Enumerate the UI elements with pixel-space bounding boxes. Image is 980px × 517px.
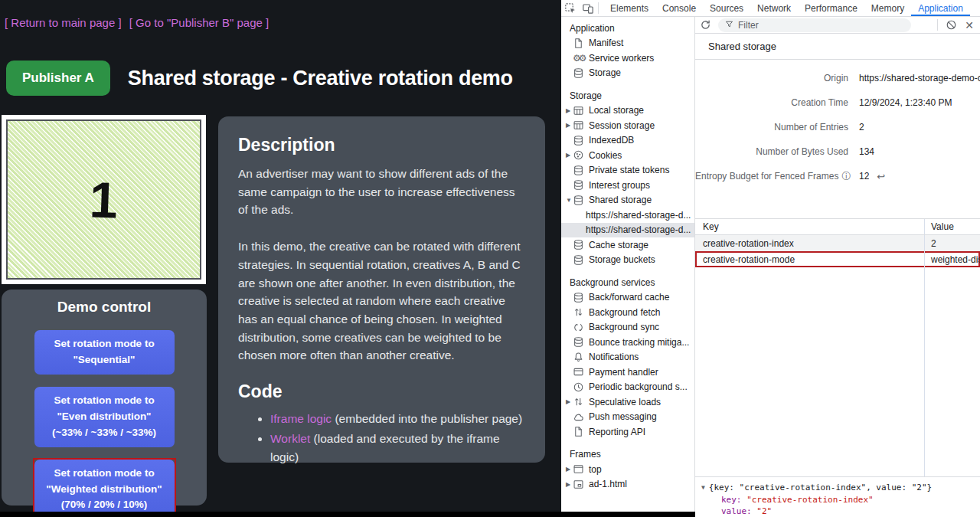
sidebar-item-label: Cookies [589, 150, 622, 161]
table-icon [573, 105, 584, 116]
sidebar-item-top[interactable]: ▶top [561, 462, 694, 477]
sidebar-item-label: Periodic background s... [589, 381, 688, 392]
code-list: Iframe logic (embedded into the publishe… [238, 410, 525, 466]
set-rotation-mode-button-2[interactable]: Set rotation mode to"Even distribution"(… [34, 387, 175, 447]
database-icon [573, 165, 584, 176]
inspect-element-icon[interactable] [564, 2, 577, 15]
chevron-right-icon[interactable]: ▶ [561, 152, 573, 159]
entry-preview-pane: ▼ {key: "creative-rotation-index", value… [695, 476, 980, 517]
sidebar-item-private-state-tokens[interactable]: Private state tokens [561, 163, 694, 178]
preview-properties: key: "creative-rotation-index"value: "2" [701, 494, 980, 517]
refresh-icon[interactable] [700, 19, 711, 31]
sidebar-item-background-sync[interactable]: Background sync [561, 320, 694, 335]
sidebar-item-session-storage[interactable]: ▶Session storage [561, 118, 694, 133]
info-icon[interactable]: ⓘ [841, 171, 851, 182]
worklet-link[interactable]: Worklet [270, 432, 310, 445]
table-row-creative-rotation-mode[interactable]: creative-rotation-modeweighted-dist [695, 251, 980, 267]
clear-block-icon[interactable] [946, 19, 957, 31]
tab-console[interactable]: Console [655, 0, 703, 16]
sidebar-item-notifications[interactable]: Notifications [561, 350, 694, 365]
key-column-header[interactable]: Key [695, 219, 925, 234]
chevron-right-icon[interactable]: ▶ [561, 122, 573, 129]
sidebar-item-manifest[interactable]: Manifest [561, 36, 694, 51]
tab-sources[interactable]: Sources [703, 0, 750, 16]
sidebar-section-frames: Frames [561, 447, 694, 463]
reset-budget-icon[interactable]: ↩ [877, 171, 885, 182]
sidebar-item-bounce-tracking-mitiga[interactable]: Bounce tracking mitiga... [561, 335, 694, 350]
sidebar-item-local-storage[interactable]: ▶Local storage [561, 103, 694, 119]
sidebar-item-label: Push messaging [589, 411, 657, 422]
sidebar-item-reporting-api[interactable]: Reporting API [561, 424, 694, 440]
rotation-button-wrap-1: Set rotation mode to"Sequential" [33, 329, 176, 376]
metadata-value: 134 [859, 146, 874, 157]
tab-application[interactable]: Application [911, 0, 970, 16]
expand-triangle-icon[interactable]: ▼ [701, 482, 705, 494]
cloud-icon [573, 411, 584, 423]
chevron-right-icon[interactable]: ▶ [561, 107, 573, 114]
device-toolbar-icon[interactable] [582, 2, 594, 15]
code-list-item: Iframe logic (embedded into the publishe… [270, 410, 525, 427]
sidebar-item-label: Cache storage [589, 240, 648, 250]
fetch-icon [573, 306, 584, 318]
sidebar-item-cookies[interactable]: ▶Cookies [561, 148, 694, 163]
sidebar-section-storage: Storage [561, 88, 694, 103]
description-panel: Description An advertiser may want to sh… [218, 116, 545, 463]
set-rotation-mode-button-3[interactable]: Set rotation mode to"Weighted distributi… [34, 460, 175, 512]
sidebar-item-indexeddb[interactable]: IndexedDB [561, 133, 694, 149]
sidebar-section-application-title: Application [561, 21, 694, 36]
sidebar-item-label: Reporting API [589, 427, 645, 437]
publisher-b-link[interactable]: [ Go to "Publisher B" page ] [129, 16, 269, 29]
sidebar-item-label: Background sync [589, 322, 659, 332]
tab-performance[interactable]: Performance [798, 0, 864, 16]
shared-storage-panel: ✕ Shared storage Originhttps://shared-st… [695, 17, 980, 517]
metadata-row-number-of-bytes-used: Number of Bytes Used134 [695, 139, 980, 164]
chevron-down-icon[interactable]: ▼ [561, 197, 573, 204]
sidebar-item-interest-groups[interactable]: Interest groups [561, 178, 694, 193]
code-list-item: Worklet (loaded and executed by the ifra… [270, 430, 525, 466]
preview-property: key: "creative-rotation-index" [701, 494, 980, 506]
chevron-right-icon[interactable]: ▶ [561, 466, 573, 473]
sidebar-item-service-workers[interactable]: ⚙⚙Service workers [561, 51, 694, 66]
sidebar-section-background-services: Background services [561, 275, 694, 290]
sidebar-item-https-shared-storage-d[interactable]: https://shared-storage-d... [561, 223, 694, 238]
sidebar-item-label: Bounce tracking mitiga... [589, 337, 689, 348]
return-to-main-link[interactable]: [ Return to main page ] [5, 16, 122, 29]
demo-buttons: Set rotation mode to"Sequential"Set rota… [2, 329, 207, 512]
sidebar-item-cache-storage[interactable]: Cache storage [561, 237, 694, 253]
sidebar-item-label: Payment handler [589, 367, 658, 378]
sidebar-item-https-shared-storage-d[interactable]: https://shared-storage-d... [561, 208, 694, 223]
creative-image: 1 [6, 119, 201, 280]
button-label-line: Set rotation mode to [38, 393, 172, 409]
value-column-header[interactable]: Value [925, 219, 980, 234]
chevron-right-icon[interactable]: ▶ [561, 398, 573, 405]
table-icon [573, 119, 584, 131]
sidebar-item-storage[interactable]: Storage [561, 66, 694, 81]
sidebar-item-speculative-loads[interactable]: ▶Speculative loads [561, 394, 694, 410]
chevron-right-icon[interactable]: ▶ [561, 481, 573, 488]
filter-input[interactable] [738, 20, 905, 31]
sidebar-item-background-fetch[interactable]: Background fetch [561, 305, 694, 320]
sidebar-item-label: Manifest [589, 38, 623, 48]
demo-control-panel: Demo control Set rotation mode to"Sequen… [2, 290, 207, 506]
iframe-logic-link[interactable]: Iframe logic [270, 412, 332, 425]
sidebar-item-payment-handler[interactable]: Payment handler [561, 365, 694, 380]
sidebar-item-shared-storage[interactable]: ▼Shared storage [561, 193, 694, 208]
sidebar-item-label: https://shared-storage-d... [586, 224, 691, 235]
sidebar-item-ad-1-html[interactable]: ▶ad-1.html [561, 477, 694, 492]
set-rotation-mode-button-1[interactable]: Set rotation mode to"Sequential" [34, 330, 175, 375]
tab-network[interactable]: Network [750, 0, 798, 16]
preview-summary-text: {key: "creative-rotation-index", value: … [709, 482, 932, 494]
close-icon[interactable]: ✕ [965, 20, 974, 31]
sidebar-item-back-forward-cache[interactable]: Back/forward cache [561, 290, 694, 306]
storage-metadata: Originhttps://shared-storage-demo-coCrea… [695, 60, 980, 218]
file-icon [573, 426, 584, 437]
tab-memory[interactable]: Memory [864, 0, 911, 16]
table-cell-value: 2 [925, 235, 980, 251]
sidebar-item-periodic-background-s[interactable]: Periodic background s... [561, 380, 694, 395]
sidebar-item-push-messaging[interactable]: Push messaging [561, 410, 694, 425]
table-row-creative-rotation-index[interactable]: creative-rotation-index2 [695, 235, 980, 251]
creative-number: 1 [89, 170, 119, 229]
tab-elements[interactable]: Elements [603, 0, 655, 16]
devtools-toolbar-icons [561, 2, 598, 15]
sidebar-item-storage-buckets[interactable]: Storage buckets [561, 253, 694, 268]
